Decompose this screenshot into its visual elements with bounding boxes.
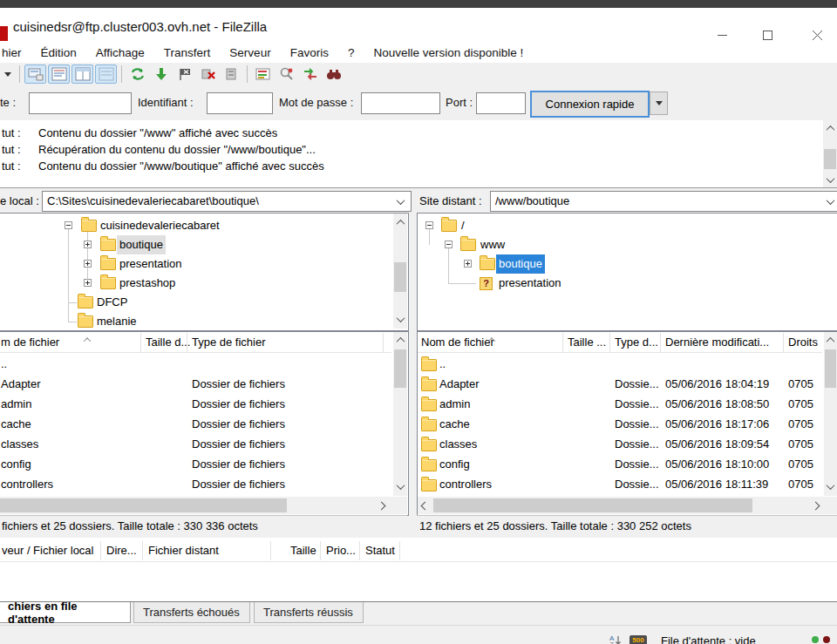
- local-tree-item[interactable]: prestashop: [0, 274, 390, 293]
- local-tree-item[interactable]: DFCP: [0, 293, 390, 312]
- column-header-name[interactable]: m de fichier: [1, 336, 59, 349]
- column-separator[interactable]: [783, 333, 784, 352]
- column-separator[interactable]: [359, 541, 360, 560]
- column-separator[interactable]: [399, 541, 400, 560]
- menu-transfert[interactable]: Transfert: [154, 46, 221, 59]
- tab-failed-transfers[interactable]: Transferts échoués: [133, 602, 250, 623]
- menu-favoris[interactable]: Favoris: [281, 46, 338, 59]
- maximize-button[interactable]: [750, 27, 785, 43]
- toolbar-overflow-dropdown[interactable]: [1, 64, 15, 84]
- scroll-up-button[interactable]: [824, 334, 837, 346]
- menu-fichier[interactable]: hier: [0, 46, 31, 59]
- search-button[interactable]: [323, 64, 344, 84]
- local-list-scrollbar[interactable]: [393, 332, 407, 496]
- local-tree-item[interactable]: melanie: [0, 312, 390, 331]
- file-row[interactable]: classes Dossie... 05/06/2016 18:09:54 07…: [418, 434, 820, 454]
- column-separator[interactable]: [320, 541, 321, 560]
- file-row[interactable]: ..: [0, 354, 390, 374]
- file-row[interactable]: config Dossie... 05/06/2016 18:10:00 070…: [418, 454, 820, 474]
- column-separator[interactable]: [609, 333, 610, 352]
- collapse-icon[interactable]: [425, 221, 433, 229]
- password-input[interactable]: [361, 92, 440, 114]
- expand-icon[interactable]: [464, 260, 472, 268]
- column-separator[interactable]: [383, 333, 384, 352]
- filter-button[interactable]: [252, 64, 274, 84]
- scroll-down-button[interactable]: [393, 480, 407, 492]
- column-header-type[interactable]: Type de fichier: [192, 336, 266, 349]
- cancel-button[interactable]: [174, 64, 195, 84]
- file-row[interactable]: classes Dossier de fichiers: [0, 434, 390, 454]
- scrollbar-thumb[interactable]: [433, 498, 752, 512]
- file-row[interactable]: cache Dossie... 05/06/2016 18:17:06 0705: [418, 414, 820, 434]
- close-button[interactable]: [800, 27, 834, 43]
- menu-help[interactable]: ?: [338, 46, 364, 59]
- column-header-remotefile[interactable]: Fichier distant: [148, 544, 219, 557]
- scroll-up-button[interactable]: [823, 122, 837, 134]
- host-input[interactable]: [29, 92, 132, 114]
- message-log-toggle-button[interactable]: [48, 64, 70, 84]
- remote-list-hscrollbar[interactable]: [418, 497, 837, 514]
- scrollbar-thumb[interactable]: [0, 498, 287, 512]
- remote-tree-item[interactable]: www: [418, 235, 834, 254]
- refresh-button[interactable]: [126, 64, 148, 84]
- local-tree-item[interactable]: cuisinedevaleriecabaret: [0, 216, 390, 235]
- remote-tree-item-selected[interactable]: boutique: [418, 254, 834, 274]
- menu-edition[interactable]: Édition: [31, 46, 86, 59]
- column-separator[interactable]: [100, 541, 101, 560]
- local-list-hscrollbar[interactable]: [0, 497, 407, 514]
- remote-list-scrollbar[interactable]: [824, 332, 837, 496]
- tab-successful-transfers[interactable]: Transferts réussis: [254, 602, 364, 623]
- column-header-priority[interactable]: Prio...: [326, 544, 356, 557]
- column-header-direction[interactable]: Dire...: [106, 544, 137, 557]
- file-row[interactable]: controllers Dossier de fichiers: [0, 474, 390, 494]
- column-header-type[interactable]: Type d...: [615, 336, 658, 349]
- expand-icon[interactable]: [84, 241, 92, 248]
- scroll-down-button[interactable]: [823, 173, 837, 186]
- remote-site-combobox[interactable]: /www/boutique: [490, 191, 837, 212]
- file-row[interactable]: Adapter Dossie... 05/06/2016 18:04:19 07…: [418, 374, 820, 394]
- column-header-size[interactable]: Taille ...: [568, 336, 606, 349]
- file-row[interactable]: admin Dossier de fichiers: [0, 394, 390, 414]
- menu-serveur[interactable]: Serveur: [220, 46, 280, 59]
- scroll-left-button[interactable]: [418, 498, 432, 512]
- scroll-up-button[interactable]: [393, 216, 407, 228]
- user-input[interactable]: [207, 92, 273, 114]
- site-manager-button[interactable]: [24, 64, 46, 84]
- sort-mode-icon[interactable]: A Z: [609, 634, 623, 644]
- local-tree-scrollbar[interactable]: [393, 214, 407, 329]
- local-tree-item-selected[interactable]: boutique: [0, 235, 390, 254]
- file-row[interactable]: cache Dossier de fichiers: [0, 414, 390, 434]
- remote-tree-item[interactable]: /: [418, 216, 834, 235]
- menu-affichage[interactable]: Affichage: [86, 46, 154, 59]
- column-header-name[interactable]: Nom de fichier: [421, 336, 494, 349]
- scroll-up-button[interactable]: [393, 334, 407, 346]
- scroll-down-button[interactable]: [824, 480, 837, 492]
- sync-browsing-button[interactable]: [299, 64, 321, 84]
- menu-new-version[interactable]: Nouvelle version disponible !: [364, 46, 533, 59]
- scrollbar-thumb[interactable]: [824, 149, 836, 169]
- expand-icon[interactable]: [84, 260, 92, 268]
- scrollbar-thumb[interactable]: [825, 349, 836, 388]
- column-separator[interactable]: [142, 541, 143, 560]
- reconnect-button[interactable]: [221, 64, 242, 84]
- compare-button[interactable]: [276, 64, 297, 84]
- column-header-modified[interactable]: Dernière modificati...: [665, 336, 769, 349]
- column-separator[interactable]: [270, 541, 271, 560]
- scrollbar-thumb[interactable]: [394, 349, 406, 388]
- queue-view-toggle-button[interactable]: [95, 64, 117, 84]
- file-row[interactable]: controllers Dossie... 05/06/2016 18:11:3…: [418, 474, 820, 494]
- quickconnect-dropdown-button[interactable]: [650, 92, 668, 115]
- collapse-icon[interactable]: [65, 221, 72, 229]
- local-site-combobox[interactable]: C:\Sites\cuisinedevaleriecabaret\boutiqu…: [42, 191, 412, 212]
- collapse-icon[interactable]: [445, 241, 453, 248]
- file-row[interactable]: Adapter Dossier de fichiers: [0, 374, 390, 394]
- column-header-size[interactable]: Taille: [290, 544, 316, 557]
- scroll-right-button[interactable]: [808, 498, 822, 512]
- disconnect-button[interactable]: [197, 64, 219, 84]
- column-header-server-localfile[interactable]: veur / Fichier local: [2, 544, 93, 557]
- scroll-right-button[interactable]: [374, 498, 388, 512]
- column-separator[interactable]: [660, 333, 661, 352]
- column-separator[interactable]: [562, 333, 563, 352]
- file-row[interactable]: config Dossier de fichiers: [0, 454, 390, 474]
- tab-queued-files[interactable]: chiers en file d'attente: [0, 602, 131, 623]
